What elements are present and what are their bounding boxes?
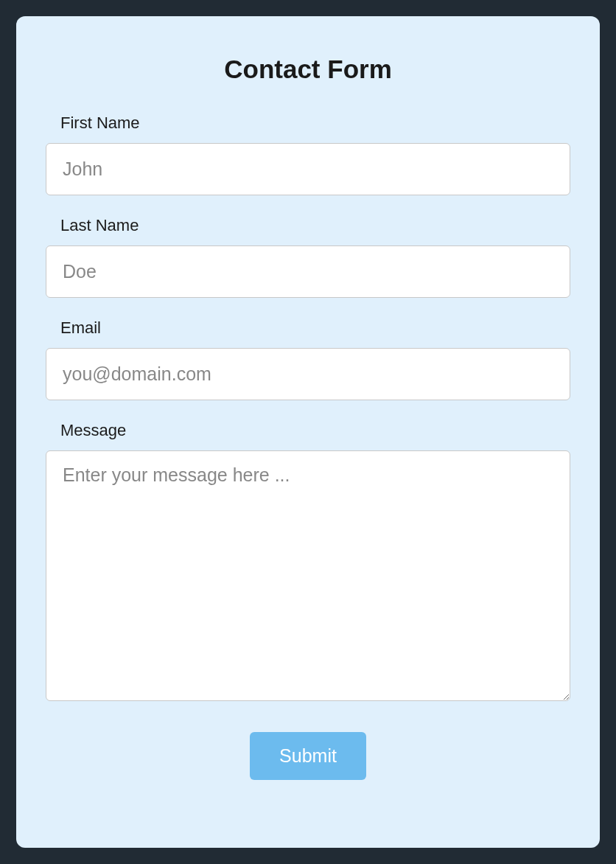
last-name-label: Last Name xyxy=(46,216,570,235)
submit-wrap: Submit xyxy=(46,732,570,780)
message-group: Message xyxy=(46,421,570,704)
email-group: Email xyxy=(46,318,570,400)
email-label: Email xyxy=(46,318,570,338)
first-name-input[interactable] xyxy=(46,143,570,195)
last-name-input[interactable] xyxy=(46,245,570,298)
last-name-group: Last Name xyxy=(46,216,570,298)
message-label: Message xyxy=(46,421,570,440)
first-name-group: First Name xyxy=(46,114,570,195)
contact-form-card: Contact Form First Name Last Name Email … xyxy=(16,16,600,848)
submit-button[interactable]: Submit xyxy=(250,732,366,780)
first-name-label: First Name xyxy=(46,114,570,133)
message-textarea[interactable] xyxy=(46,450,570,701)
form-title: Contact Form xyxy=(46,55,570,84)
email-input[interactable] xyxy=(46,348,570,400)
